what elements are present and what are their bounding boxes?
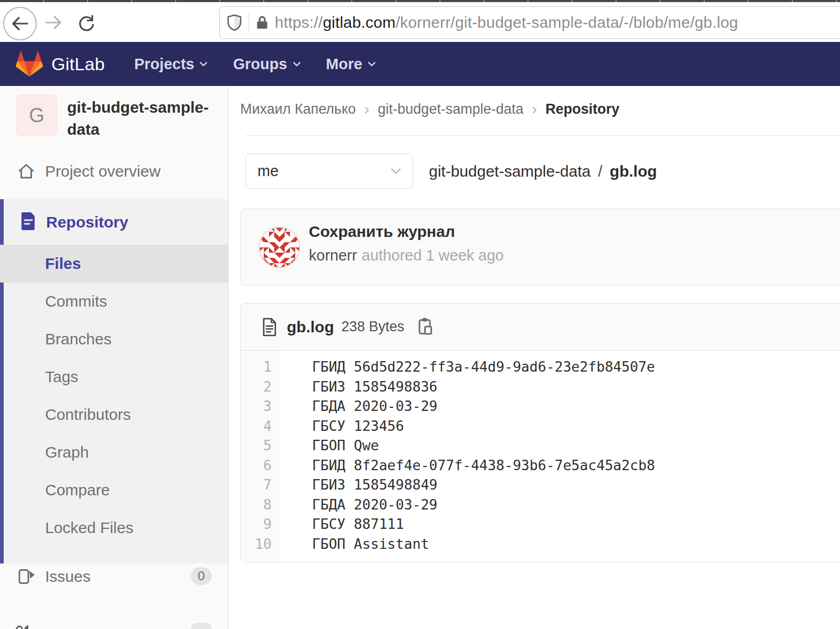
nav-menu-groups[interactable]: Groups xyxy=(233,56,300,73)
sidebar-item-tags[interactable]: Tags xyxy=(0,358,228,396)
code-line: 10ГБОП Assistant xyxy=(241,534,840,554)
file-size: 238 Bytes xyxy=(341,319,404,335)
browser-toolbar: https://gitlab.com/kornerr/git-budget-sa… xyxy=(0,2,840,42)
code-line: 6ГБИД 8f2aef4e-077f-4438-93b6-7e5ac45a2c… xyxy=(241,456,840,475)
gitlab-logo-icon[interactable] xyxy=(16,51,43,77)
file-name: gb.log xyxy=(287,318,334,336)
browser-back-button[interactable] xyxy=(3,7,37,40)
repository-subitems: Files Commits Branches Tags Contributors… xyxy=(0,245,228,547)
document-icon xyxy=(20,212,37,233)
commit-meta: authored 1 week ago xyxy=(362,247,504,264)
line-content: ГБДА 2020-03-29 xyxy=(278,495,437,515)
sidebar-item-branches[interactable]: Branches xyxy=(0,320,228,358)
screen: https://gitlab.com/kornerr/git-budget-sa… xyxy=(0,0,840,629)
sidebar-item-compare[interactable]: Compare xyxy=(0,471,228,509)
file-path-repo[interactable]: git-budget-sample-data xyxy=(429,162,591,180)
line-number[interactable]: 5 xyxy=(241,436,278,456)
code-line: 4ГБСУ 123456 xyxy=(241,416,840,436)
file-header: gb.log 238 Bytes xyxy=(241,303,840,351)
line-number[interactable]: 7 xyxy=(241,475,278,495)
breadcrumb-separator: › xyxy=(364,100,370,118)
branch-selector[interactable]: me xyxy=(245,154,413,189)
shield-icon[interactable] xyxy=(227,14,242,31)
file-icon xyxy=(262,318,277,337)
line-content: ГБИЗ 1585498849 xyxy=(278,475,437,495)
line-number[interactable]: 6 xyxy=(241,456,278,475)
nav-menu-label: Projects xyxy=(134,56,194,73)
sidebar-item-label: Repository xyxy=(46,213,128,231)
line-number[interactable]: 2 xyxy=(241,377,278,397)
nav-menu-more[interactable]: More xyxy=(326,56,376,73)
line-content: ГБСУ 887111 xyxy=(278,514,404,534)
line-number[interactable]: 10 xyxy=(241,534,278,554)
project-avatar[interactable]: G xyxy=(16,94,58,136)
sidebar-item-contributors[interactable]: Contributors xyxy=(0,396,228,433)
chevron-down-icon xyxy=(199,61,208,67)
file-path-separator: / xyxy=(598,162,602,180)
file-path: git-budget-sample-data / gb.log xyxy=(429,154,657,189)
browser-reload-button[interactable] xyxy=(77,14,96,36)
issues-count-badge: 0 xyxy=(191,567,212,585)
branch-selector-value: me xyxy=(257,162,278,180)
home-icon xyxy=(17,162,36,182)
line-number[interactable]: 8 xyxy=(241,495,278,515)
sidebar-item-commits[interactable]: Commits xyxy=(0,283,228,320)
reload-icon xyxy=(77,14,96,34)
merge-request-count-badge xyxy=(191,623,212,629)
gitlab-brand[interactable]: GitLab xyxy=(51,54,105,74)
sidebar-item-graph[interactable]: Graph xyxy=(0,433,228,471)
project-name[interactable]: git-budget-sample-data xyxy=(67,96,213,140)
arrow-right-icon xyxy=(44,14,63,31)
chevron-down-icon xyxy=(391,168,401,175)
chevron-down-icon xyxy=(368,61,376,67)
breadcrumb-separator: › xyxy=(532,100,537,118)
clipboard-copy-icon xyxy=(418,317,434,337)
breadcrumb-current: Repository xyxy=(545,101,619,117)
line-number[interactable]: 9 xyxy=(241,514,278,534)
breadcrumb: Михаил Капелько › git-budget-sample-data… xyxy=(240,100,619,118)
copy-file-contents-button[interactable] xyxy=(418,317,434,337)
browser-forward-button[interactable] xyxy=(44,14,63,33)
code-line: 5ГБОП Qwe xyxy=(241,436,840,456)
breadcrumb-project[interactable]: git-budget-sample-data xyxy=(378,101,524,117)
line-number[interactable]: 1 xyxy=(241,357,278,377)
commit-author-avatar[interactable] xyxy=(259,226,300,268)
nav-menu-projects[interactable]: Projects xyxy=(134,56,208,73)
line-number[interactable]: 3 xyxy=(241,396,278,416)
commit-title[interactable]: Сохранить журнал xyxy=(309,223,455,241)
sidebar-item-label: Project overview xyxy=(45,162,160,180)
merge-request-icon[interactable] xyxy=(16,622,31,629)
commit-byline: kornerrauthored 1 week ago xyxy=(309,247,504,264)
browser-url-bar[interactable]: https://gitlab.com/kornerr/git-budget-sa… xyxy=(219,6,840,39)
url-text[interactable]: https://gitlab.com/kornerr/git-budget-sa… xyxy=(275,14,738,31)
line-content: ГБОП Qwe xyxy=(278,436,379,456)
sidebar-item-issues[interactable]: Issues 0 xyxy=(0,564,228,590)
code-line: 9ГБСУ 887111 xyxy=(241,514,840,534)
nav-menu-label: More xyxy=(326,56,362,73)
file-viewer: gb.log 238 Bytes 1ГБИД 56d5d222-ff3a-44d… xyxy=(240,303,840,562)
urlbar-divider xyxy=(249,14,249,31)
project-sidebar: G git-budget-sample-data Project overvie… xyxy=(0,86,229,629)
issues-icon xyxy=(18,568,37,588)
code-line: 1ГБИД 56d5d222-ff3a-44d9-9ad6-23e2fb8450… xyxy=(241,357,840,377)
breadcrumb-user[interactable]: Михаил Капелько xyxy=(240,101,356,117)
file-path-file: gb.log xyxy=(610,162,657,180)
sidebar-item-files[interactable]: Files xyxy=(0,245,228,283)
commit-author[interactable]: kornerr xyxy=(309,247,357,264)
chevron-down-icon xyxy=(293,61,301,67)
url-path: /kornerr/git-budget-sample-data/-/blob/m… xyxy=(395,14,738,31)
sidebar-item-repository[interactable]: Repository xyxy=(0,199,228,245)
code-line: 3ГБДА 2020-03-29 xyxy=(241,396,840,416)
code-line: 2ГБИЗ 1585498836 xyxy=(241,377,840,397)
sidebar-item-locked-files[interactable]: Locked Files xyxy=(0,509,228,547)
code-line: 8ГБДА 2020-03-29 xyxy=(241,495,840,515)
code-viewer: 1ГБИД 56d5d222-ff3a-44d9-9ad6-23e2fb8450… xyxy=(241,351,840,562)
sidebar-item-project-overview[interactable]: Project overview xyxy=(0,157,229,186)
gitlab-navbar: GitLab Projects Groups More xyxy=(0,42,840,86)
last-commit-box: Сохранить журнал kornerrauthored 1 week … xyxy=(240,209,840,286)
line-number[interactable]: 4 xyxy=(241,416,278,436)
code-lines: 1ГБИД 56d5d222-ff3a-44d9-9ad6-23e2fb8450… xyxy=(241,357,840,554)
line-content: ГБДА 2020-03-29 xyxy=(278,396,437,416)
url-domain: gitlab.com xyxy=(323,14,396,31)
line-content: ГБИЗ 1585498836 xyxy=(278,377,437,397)
